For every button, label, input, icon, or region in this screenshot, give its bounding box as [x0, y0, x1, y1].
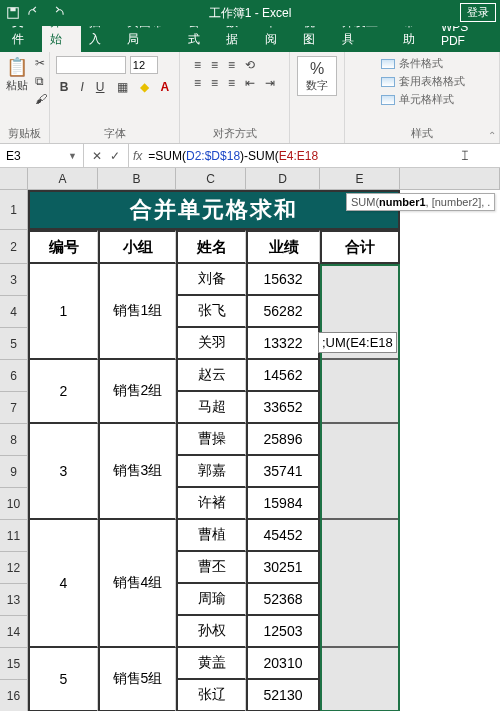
name-cell[interactable]: 张飞 [176, 296, 246, 328]
value-cell[interactable]: 12503 [246, 616, 320, 648]
row-header-2[interactable]: 2 [0, 230, 28, 264]
dropdown-icon[interactable]: ▼ [68, 151, 77, 161]
name-cell[interactable]: 许褚 [176, 488, 246, 520]
row-header-16[interactable]: 16 [0, 680, 28, 711]
team-cell[interactable]: 销售1组 [98, 264, 176, 360]
font-size-select[interactable] [130, 56, 158, 74]
value-cell[interactable]: 56282 [246, 296, 320, 328]
id-cell[interactable]: 2 [28, 360, 98, 424]
save-icon[interactable] [6, 6, 20, 20]
total-cell[interactable] [320, 520, 400, 648]
name-cell[interactable]: 张辽 [176, 680, 246, 711]
title-cell[interactable]: 合并单元格求和 [28, 190, 400, 230]
collapse-ribbon-icon[interactable]: ⌃ [488, 130, 496, 141]
name-box[interactable]: E3 ▼ [0, 144, 84, 167]
select-all-corner[interactable] [0, 168, 28, 190]
indent-increase-icon[interactable]: ⇥ [261, 74, 279, 92]
value-cell[interactable]: 33652 [246, 392, 320, 424]
row-header-5[interactable]: 5 [0, 328, 28, 360]
col-header-D[interactable]: D [246, 168, 320, 190]
header-编号[interactable]: 编号 [28, 230, 98, 264]
total-cell[interactable] [320, 424, 400, 520]
indent-decrease-icon[interactable]: ⇤ [241, 74, 259, 92]
value-cell[interactable]: 25896 [246, 424, 320, 456]
name-cell[interactable]: 刘备 [176, 264, 246, 296]
align-right-icon[interactable]: ≡ [224, 74, 239, 92]
align-left-icon[interactable]: ≡ [190, 74, 205, 92]
total-cell[interactable] [320, 360, 400, 424]
row-header-11[interactable]: 11 [0, 520, 28, 552]
row-header-1[interactable]: 1 [0, 190, 28, 230]
name-cell[interactable]: 孙权 [176, 616, 246, 648]
id-cell[interactable]: 5 [28, 648, 98, 711]
style-item[interactable]: 单元格样式 [379, 92, 465, 107]
row-header-12[interactable]: 12 [0, 552, 28, 584]
orientation-icon[interactable]: ⟲ [241, 56, 259, 74]
value-cell[interactable]: 52368 [246, 584, 320, 616]
underline-button[interactable]: U [92, 78, 109, 96]
fill-color-button[interactable]: ◆ [136, 78, 153, 96]
formula-bar[interactable]: fx =SUM(D2:$D$18)-SUM(E4:E18 𝙸 [129, 144, 500, 167]
italic-button[interactable]: I [77, 78, 88, 96]
col-header-C[interactable]: C [176, 168, 246, 190]
col-header-B[interactable]: B [98, 168, 176, 190]
row-header-3[interactable]: 3 [0, 264, 28, 296]
paste-button[interactable]: 📋 粘贴 [3, 56, 31, 106]
style-item[interactable]: 条件格式 [379, 56, 465, 71]
header-业绩[interactable]: 业绩 [246, 230, 320, 264]
row-header-14[interactable]: 14 [0, 616, 28, 648]
row-header-6[interactable]: 6 [0, 360, 28, 392]
name-cell[interactable]: 赵云 [176, 360, 246, 392]
row-header-4[interactable]: 4 [0, 296, 28, 328]
number-format-button[interactable]: % 数字 [297, 56, 337, 96]
cancel-icon[interactable]: ✕ [92, 149, 102, 163]
team-cell[interactable]: 销售2组 [98, 360, 176, 424]
value-cell[interactable]: 20310 [246, 648, 320, 680]
font-color-button[interactable]: A [157, 78, 174, 96]
row-header-10[interactable]: 10 [0, 488, 28, 520]
align-middle-icon[interactable]: ≡ [207, 56, 222, 74]
col-header-extra[interactable] [400, 168, 500, 190]
copy-icon[interactable]: ⧉ [35, 74, 47, 88]
name-cell[interactable]: 曹丕 [176, 552, 246, 584]
value-cell[interactable]: 45452 [246, 520, 320, 552]
login-button[interactable]: 登录 [460, 3, 496, 22]
total-cell[interactable] [320, 648, 400, 711]
row-header-9[interactable]: 9 [0, 456, 28, 488]
team-cell[interactable]: 销售5组 [98, 648, 176, 711]
row-header-15[interactable]: 15 [0, 648, 28, 680]
cut-icon[interactable]: ✂ [35, 56, 47, 70]
value-cell[interactable]: 15984 [246, 488, 320, 520]
fx-icon[interactable]: fx [133, 149, 142, 163]
name-cell[interactable]: 曹植 [176, 520, 246, 552]
row-header-7[interactable]: 7 [0, 392, 28, 424]
value-cell[interactable]: 30251 [246, 552, 320, 584]
style-item[interactable]: 套用表格格式 [379, 74, 465, 89]
col-header-E[interactable]: E [320, 168, 400, 190]
border-button[interactable]: ▦ [113, 78, 132, 96]
align-center-icon[interactable]: ≡ [207, 74, 222, 92]
align-bottom-icon[interactable]: ≡ [224, 56, 239, 74]
redo-icon[interactable] [50, 6, 64, 20]
value-cell[interactable]: 52130 [246, 680, 320, 711]
header-小组[interactable]: 小组 [98, 230, 176, 264]
format-painter-icon[interactable]: 🖌 [35, 92, 47, 106]
value-cell[interactable]: 35741 [246, 456, 320, 488]
row-header-13[interactable]: 13 [0, 584, 28, 616]
name-cell[interactable]: 马超 [176, 392, 246, 424]
id-cell[interactable]: 3 [28, 424, 98, 520]
enter-icon[interactable]: ✓ [110, 149, 120, 163]
name-cell[interactable]: 曹操 [176, 424, 246, 456]
name-cell[interactable]: 郭嘉 [176, 456, 246, 488]
bold-button[interactable]: B [56, 78, 73, 96]
align-top-icon[interactable]: ≡ [190, 56, 205, 74]
name-cell[interactable]: 关羽 [176, 328, 246, 360]
team-cell[interactable]: 销售4组 [98, 520, 176, 648]
value-cell[interactable]: 14562 [246, 360, 320, 392]
value-cell[interactable]: 15632 [246, 264, 320, 296]
id-cell[interactable]: 1 [28, 264, 98, 360]
header-合计[interactable]: 合计 [320, 230, 400, 264]
header-姓名[interactable]: 姓名 [176, 230, 246, 264]
name-cell[interactable]: 周瑜 [176, 584, 246, 616]
value-cell[interactable]: 13322 [246, 328, 320, 360]
